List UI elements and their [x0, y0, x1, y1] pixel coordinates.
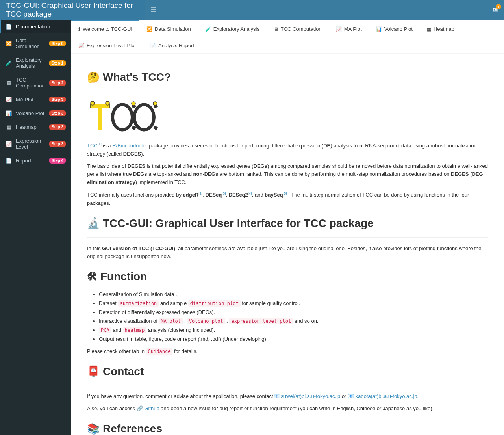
link-github[interactable]: Github — [144, 405, 159, 411]
desktop-icon: 🖥 — [5, 80, 13, 86]
sidebar-item-expression-level[interactable]: 📈 Expression Level Step 3 — [0, 134, 71, 154]
link-email-1[interactable]: suwei(at)bi.a.u-tokyo.ac.jp — [281, 393, 340, 399]
list-item: PCA and heatmap analysis (clustering inc… — [99, 326, 488, 335]
sidebar-item-label: MA Plot — [16, 97, 49, 102]
sidebar-item-label: Heatmap — [16, 124, 49, 130]
tab-welcome[interactable]: ℹWelcome to TCC-GUI — [71, 20, 139, 37]
desktop-icon: 🖥 — [274, 26, 278, 32]
tab-ma-plot[interactable]: 📈MA Plot — [329, 20, 369, 37]
sidebar-item-exploratory-analysis[interactable]: 🧪 Exploratory Analysis Step 1 — [0, 53, 71, 73]
sidebar-item-label: Volcano Plot — [16, 110, 49, 116]
svg-point-3 — [153, 102, 157, 106]
step-badge: Step 3 — [49, 97, 66, 102]
heading-function: 🛠Function — [87, 268, 488, 286]
list-item: Dataset summarization and sample distrib… — [99, 299, 488, 308]
sidebar-item-volcano-plot[interactable]: 📊 Volcano Plot Step 3 — [0, 106, 71, 120]
sidebar-item-label: Documentation — [16, 24, 66, 30]
file-icon: 📄 — [150, 43, 156, 48]
tab-heatmap[interactable]: ▦Heatmap — [420, 20, 461, 37]
sidebar-item-label: Exploratory Analysis — [16, 57, 49, 69]
step-badge: Step 3 — [49, 124, 66, 130]
messages-icon[interactable]: ✉ 3 — [493, 6, 498, 14]
main-content: ℹWelcome to TCC-GUI 🔀Data Simulation 🧪Ex… — [71, 20, 504, 435]
line-chart-icon: 📈 — [336, 26, 342, 32]
tab-data-simulation[interactable]: 🔀Data Simulation — [139, 20, 198, 37]
list-item: Detection of differentially expressed ge… — [99, 309, 488, 317]
sidebar-item-tcc-computation[interactable]: 🖥 TCC Computation Step 2 — [0, 73, 71, 93]
link-email-2[interactable]: kadota(at)bi.a.u-tokyo.ac.jp — [356, 393, 417, 399]
link-tcc[interactable]: TCC — [87, 143, 98, 149]
microscope-icon: 🔬 — [87, 215, 100, 232]
tab-tcc-computation[interactable]: 🖥TCC Computation — [267, 20, 329, 37]
tab-analysis-report[interactable]: 📄Analysis Report — [143, 37, 201, 53]
messages-badge: 3 — [496, 4, 501, 9]
postbox-icon: 📮 — [87, 363, 100, 380]
line-chart-icon: 📈 — [5, 141, 13, 147]
file-icon: 📄 — [5, 158, 13, 164]
intro-paragraph-1: TCC[1] is a R/Bioconductor package provi… — [87, 141, 488, 158]
sidebar-item-label: TCC Computation — [16, 77, 49, 89]
intro-paragraph-3: TCC internally uses functions provided b… — [87, 191, 488, 208]
svg-point-0 — [91, 101, 94, 105]
tab-volcano-plot[interactable]: 📊Volcano Plot — [369, 20, 420, 37]
grid-icon: ▦ — [5, 124, 13, 130]
bar-chart-icon: 📊 — [5, 110, 13, 116]
sidebar-item-heatmap[interactable]: ▦ Heatmap Step 3 — [0, 120, 71, 134]
list-item: Generalization of Simulation data . — [99, 290, 488, 299]
list-item: Interactive visualization of MA plot , V… — [99, 317, 488, 325]
app-header: TCC-GUI: Graphical User Interface for TC… — [0, 0, 504, 20]
sidebar: 📄 Documentation 🔀 Data Simulation Step 0… — [0, 20, 71, 435]
function-list: Generalization of Simulation data . Data… — [99, 290, 488, 344]
books-icon: 📚 — [87, 421, 100, 435]
sidebar-item-label: Expression Level — [16, 138, 49, 150]
thinking-face-icon: 🤔 — [87, 69, 100, 86]
document-icon: 📄 — [5, 24, 13, 30]
shuffle-icon: 🔀 — [146, 26, 152, 32]
sidebar-item-documentation[interactable]: 📄 Documentation — [0, 20, 71, 33]
heading-tcc-gui: 🔬TCC-GUI: Graphical User Interface for T… — [87, 215, 488, 232]
flask-icon: 🧪 — [5, 60, 13, 66]
svg-point-2 — [132, 102, 135, 106]
tabs-bar: ℹWelcome to TCC-GUI 🔀Data Simulation 🧪Ex… — [71, 20, 504, 54]
sidebar-item-label: Report — [16, 158, 49, 164]
tools-icon: 🛠 — [87, 269, 97, 285]
guidance-note: Please check other tab in Guidance for d… — [87, 348, 488, 356]
step-badge: Step 0 — [49, 41, 66, 46]
line-chart-icon: 📈 — [78, 43, 84, 48]
grid-icon: ▦ — [427, 26, 431, 32]
shuffle-icon: 🔀 — [5, 41, 13, 46]
heading-contact: 📮Contact — [87, 363, 488, 381]
sidebar-item-data-simulation[interactable]: 🔀 Data Simulation Step 0 — [0, 33, 71, 53]
step-badge: Step 2 — [49, 80, 66, 86]
tcc-logo — [87, 99, 488, 138]
tab-expression-level-plot[interactable]: 📈Expression Level Plot — [71, 37, 143, 53]
step-badge: Step 3 — [49, 141, 66, 147]
heading-references: 📚References — [87, 420, 488, 435]
svg-point-1 — [106, 101, 109, 105]
sidebar-item-report[interactable]: 📄 Report Step 4 — [0, 154, 71, 167]
contact-paragraph-1: If you have any question, comment or adv… — [87, 392, 488, 401]
sidebar-item-label: Data Simulation — [16, 37, 49, 49]
step-badge: Step 3 — [49, 110, 66, 116]
line-chart-icon: 📈 — [5, 97, 13, 102]
gui-paragraph: In this GUI version of TCC (TCC-GUI), al… — [87, 245, 488, 261]
flask-icon: 🧪 — [205, 26, 211, 32]
info-icon: ℹ — [78, 26, 80, 32]
intro-paragraph-2: The basic idea of DEGES is that potentia… — [87, 162, 488, 187]
app-title: TCC-GUI: Graphical User Interface for TC… — [0, 0, 145, 20]
sidebar-item-ma-plot[interactable]: 📈 MA Plot Step 3 — [0, 93, 71, 106]
link-rbioconductor[interactable]: R/Bioconductor — [112, 143, 147, 149]
heading-whats-tcc: 🤔What's TCC? — [87, 69, 488, 86]
step-badge: Step 4 — [49, 158, 66, 164]
bar-chart-icon: 📊 — [376, 26, 382, 32]
step-badge: Step 1 — [49, 60, 66, 66]
tab-exploratory-analysis[interactable]: 🧪Exploratory Analysis — [198, 20, 267, 37]
contact-paragraph-2: Also, you can access 🔗 Github and open a… — [87, 405, 488, 413]
sidebar-toggle[interactable]: ☰ — [145, 6, 162, 14]
list-item: Output result in table, figure, code or … — [99, 335, 488, 344]
